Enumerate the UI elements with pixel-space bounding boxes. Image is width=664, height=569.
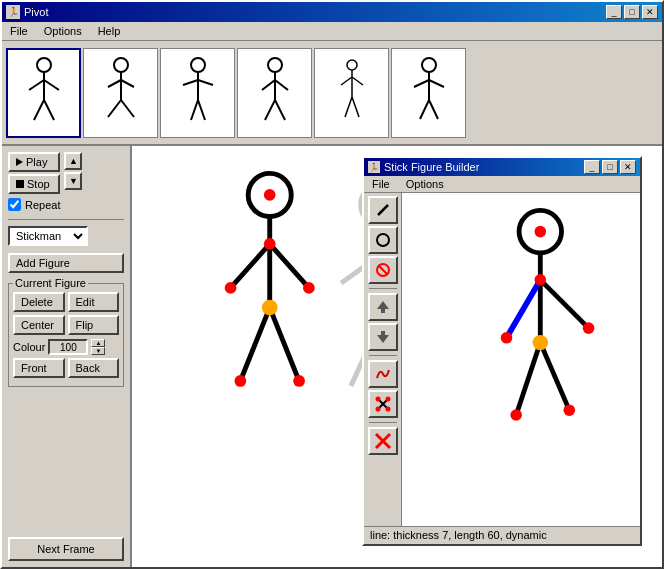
title-bar: 🏃 Pivot _ □ ✕ — [2, 2, 662, 22]
frame-thumb-2[interactable] — [83, 48, 158, 138]
playback-section: Play Stop Repeat ▲ ▼ — [8, 152, 124, 213]
delete-button[interactable]: Delete — [13, 292, 65, 312]
sfb-tools — [364, 193, 402, 526]
up-arrow-icon — [375, 299, 391, 315]
frame-thumb-5[interactable] — [314, 48, 389, 138]
svg-line-34 — [420, 100, 429, 119]
menu-help[interactable]: Help — [94, 24, 125, 38]
sfb-curve-tool[interactable] — [368, 360, 398, 388]
frame-strip — [2, 41, 662, 146]
svg-point-24 — [347, 60, 357, 70]
close-button[interactable]: ✕ — [642, 5, 658, 19]
svg-line-8 — [108, 80, 121, 87]
svg-line-14 — [183, 80, 198, 85]
sfb-circle-tool[interactable] — [368, 226, 398, 254]
svg-line-77 — [540, 343, 569, 411]
figure-selector-row: Stickman Horse Custom — [8, 226, 124, 246]
add-figure-button[interactable]: Add Figure — [8, 253, 124, 273]
down-arrow-icon — [375, 329, 391, 345]
edit-button[interactable]: Edit — [68, 292, 120, 312]
circle-icon — [375, 232, 391, 248]
svg-line-20 — [262, 80, 275, 90]
svg-point-46 — [262, 300, 278, 316]
svg-point-48 — [293, 375, 305, 387]
menu-file[interactable]: File — [6, 24, 32, 38]
sfb-divider-1 — [369, 288, 397, 289]
svg-point-72 — [535, 226, 547, 238]
scroll-down-button[interactable]: ▼ — [64, 172, 82, 190]
colour-value: 100 — [48, 339, 88, 355]
app-icon: 🏃 — [6, 5, 20, 19]
main-content: Play Stop Repeat ▲ ▼ — [2, 146, 662, 567]
svg-line-11 — [121, 100, 134, 117]
frame-thumb-1[interactable] — [6, 48, 81, 138]
svg-line-42 — [270, 308, 299, 381]
next-frame-button[interactable]: Next Frame — [8, 537, 124, 561]
colour-up-button[interactable]: ▲ — [91, 339, 105, 347]
svg-line-35 — [429, 100, 438, 119]
svg-point-0 — [37, 58, 51, 72]
svg-point-37 — [264, 189, 276, 201]
sfb-divider-3 — [369, 422, 397, 423]
svg-line-29 — [352, 97, 359, 117]
sfb-status-bar: line: thickness 7, length 60, dynamic — [364, 526, 640, 544]
sfb-menu-file[interactable]: File — [368, 177, 394, 191]
sfb-menu-options[interactable]: Options — [402, 177, 448, 191]
sfb-close-button[interactable]: ✕ — [620, 160, 636, 174]
scroll-buttons: ▲ ▼ — [64, 152, 82, 190]
sfb-no-tool[interactable] — [368, 256, 398, 284]
svg-line-32 — [414, 80, 429, 87]
front-button[interactable]: Front — [13, 358, 65, 378]
play-button[interactable]: Play — [8, 152, 60, 172]
svg-point-30 — [422, 58, 436, 72]
sfb-figure-svg — [402, 193, 640, 526]
svg-line-5 — [44, 100, 54, 120]
maximize-button[interactable]: □ — [624, 5, 640, 19]
svg-point-67 — [375, 407, 380, 412]
frame-thumb-6[interactable] — [391, 48, 466, 138]
sfb-connect-tool[interactable] — [368, 390, 398, 418]
current-figure-title: Current Figure — [13, 277, 88, 289]
svg-line-3 — [44, 80, 59, 90]
svg-line-75 — [540, 280, 588, 328]
sfb-delete-tool[interactable] — [368, 427, 398, 455]
sfb-line-tool[interactable] — [368, 196, 398, 224]
sfb-canvas[interactable] — [402, 193, 640, 526]
sfb-title: Stick Figure Builder — [384, 161, 479, 173]
svg-point-82 — [510, 409, 522, 421]
svg-line-74 — [507, 280, 541, 338]
colour-spinner: ▲ ▼ — [91, 339, 105, 355]
layer-buttons: Front Back — [13, 358, 119, 378]
figure-action-buttons: Delete Edit Center Flip — [13, 292, 119, 335]
figure-selector[interactable]: Stickman Horse Custom — [8, 226, 88, 246]
svg-line-26 — [341, 77, 352, 85]
frame-thumb-4[interactable] — [237, 48, 312, 138]
repeat-checkbox[interactable] — [8, 198, 21, 211]
stop-button[interactable]: Stop — [8, 174, 60, 194]
canvas-area[interactable]: 🏃 Stick Figure Builder _ □ ✕ File Option… — [132, 146, 662, 567]
svg-point-44 — [225, 282, 237, 294]
stickman-left[interactable] — [225, 173, 315, 386]
sfb-window: 🏃 Stick Figure Builder _ □ ✕ File Option… — [362, 156, 642, 546]
no-icon — [375, 262, 391, 278]
curve-icon — [375, 366, 391, 382]
svg-point-6 — [114, 58, 128, 72]
minimize-button[interactable]: _ — [606, 5, 622, 19]
scroll-up-button[interactable]: ▲ — [64, 152, 82, 170]
colour-down-button[interactable]: ▼ — [91, 347, 105, 355]
sfb-maximize-button[interactable]: □ — [602, 160, 618, 174]
svg-point-68 — [385, 407, 390, 412]
sfb-minimize-button[interactable]: _ — [584, 160, 600, 174]
back-button[interactable]: Back — [68, 358, 120, 378]
frame-thumb-3[interactable] — [160, 48, 235, 138]
center-button[interactable]: Center — [13, 315, 65, 335]
sfb-move-down-tool[interactable] — [368, 323, 398, 351]
svg-line-4 — [34, 100, 44, 120]
sfb-move-up-tool[interactable] — [368, 293, 398, 321]
svg-line-41 — [240, 308, 269, 381]
playback-buttons: Play Stop Repeat — [8, 152, 60, 213]
flip-button[interactable]: Flip — [68, 315, 120, 335]
divider-1 — [8, 219, 124, 220]
menu-options[interactable]: Options — [40, 24, 86, 38]
svg-point-43 — [264, 238, 276, 250]
